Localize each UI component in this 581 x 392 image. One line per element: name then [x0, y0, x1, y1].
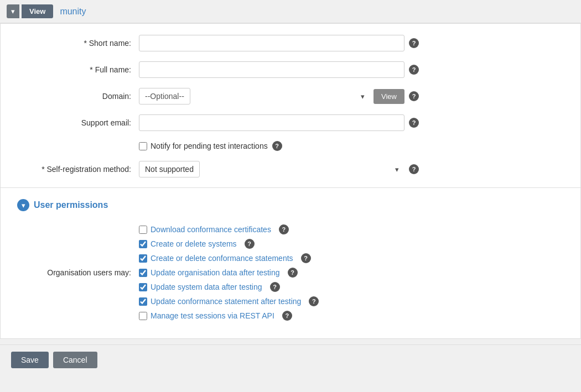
support-email-help-icon[interactable]: ? [409, 118, 419, 128]
perm-help-icon-5[interactable]: ? [270, 282, 280, 292]
self-reg-select[interactable]: Not supported [139, 161, 200, 177]
perm-help-icon-3[interactable]: ? [301, 253, 311, 263]
perm-item-1: Download conformance certificates ? [139, 224, 319, 234]
perm-item-2: Create or delete systems ? [139, 239, 319, 249]
dropdown-button[interactable]: ▾ [7, 4, 19, 18]
perm-item-4: Update organisation data after testing ? [139, 268, 319, 278]
support-email-label: Support email: [17, 118, 139, 127]
notify-label[interactable]: Notify for pending test interactions [139, 142, 268, 150]
self-reg-label: * Self-registration method: [17, 165, 139, 174]
section-divider [1, 187, 580, 188]
perm-help-icon-4[interactable]: ? [288, 268, 298, 278]
save-button[interactable]: Save [11, 352, 49, 368]
section-toggle-icon[interactable]: ▾ [17, 199, 29, 211]
support-email-input[interactable] [139, 114, 404, 131]
full-name-label: * Full name: [17, 65, 139, 74]
domain-select[interactable]: --Optional-- [139, 88, 190, 104]
self-reg-row: * Self-registration method: Not supporte… [17, 161, 564, 177]
perm-checkbox-1[interactable] [139, 226, 147, 234]
section-title: User permissions [34, 200, 108, 210]
self-reg-help-icon[interactable]: ? [409, 164, 419, 174]
perm-options: Download conformance certificates ? Crea… [139, 224, 319, 321]
cancel-button[interactable]: Cancel [53, 352, 97, 368]
perm-help-icon-1[interactable]: ? [279, 224, 289, 234]
perm-checkbox-3[interactable] [139, 254, 147, 263]
full-name-help-icon[interactable]: ? [409, 65, 419, 75]
perm-checkbox-7[interactable] [139, 312, 147, 320]
perm-help-icon-2[interactable]: ? [245, 239, 255, 249]
short-name-input[interactable] [139, 35, 404, 51]
domain-view-button[interactable]: View [374, 89, 404, 104]
footer-bar: Save Cancel [0, 344, 581, 375]
perm-item-6: Update conformance statement after testi… [139, 296, 319, 306]
perm-item-5: Update system data after testing ? [139, 282, 319, 292]
notify-row: Notify for pending test interactions ? [17, 141, 564, 151]
full-name-row: * Full name: ? [17, 61, 564, 78]
perm-row: Organisation users may: Download conform… [17, 224, 564, 321]
domain-help-icon[interactable]: ? [409, 91, 419, 101]
perm-label-5[interactable]: Update system data after testing [151, 283, 262, 291]
user-permissions-header: ▾ User permissions [1, 194, 580, 217]
perm-label-7[interactable]: Manage test sessions via REST API [151, 311, 274, 320]
perm-item-3: Create or delete conformance statements … [139, 253, 319, 263]
short-name-row: * Short name: ? [17, 35, 564, 51]
permissions-section: Organisation users may: Download conform… [1, 224, 580, 321]
perm-label-4[interactable]: Update organisation data after testing [151, 268, 280, 277]
perm-help-icon-7[interactable]: ? [282, 311, 292, 321]
perm-checkbox-4[interactable] [139, 269, 147, 277]
perm-item-7: Manage test sessions via REST API ? [139, 311, 319, 321]
perm-row-label: Organisation users may: [17, 268, 139, 277]
perm-checkbox-2[interactable] [139, 240, 147, 248]
perm-label-2[interactable]: Create or delete systems [151, 239, 237, 248]
domain-row: Domain: --Optional-- View ? [17, 88, 564, 104]
short-name-label: * Short name: [17, 39, 139, 48]
perm-checkbox-5[interactable] [139, 283, 147, 291]
domain-select-wrapper: --Optional-- [139, 88, 370, 104]
self-reg-select-wrapper: Not supported [139, 161, 404, 177]
top-bar: ▾ View munity [0, 0, 581, 23]
form-section: * Short name: ? * Full name: ? Domain: -… [1, 35, 580, 177]
main-content: * Short name: ? * Full name: ? Domain: -… [0, 23, 581, 339]
community-title: munity [60, 7, 86, 17]
full-name-input[interactable] [139, 61, 404, 78]
notify-text: Notify for pending test interactions [151, 142, 268, 150]
domain-label: Domain: [17, 92, 139, 101]
view-top-button[interactable]: View [22, 4, 53, 18]
notify-checkbox[interactable] [139, 142, 147, 150]
domain-controls: --Optional-- View [139, 88, 404, 104]
perm-label-6[interactable]: Update conformance statement after testi… [151, 297, 301, 306]
short-name-help-icon[interactable]: ? [409, 38, 419, 48]
notify-help-icon[interactable]: ? [272, 141, 282, 151]
support-email-row: Support email: ? [17, 114, 564, 131]
perm-checkbox-6[interactable] [139, 297, 147, 306]
perm-help-icon-6[interactable]: ? [309, 296, 319, 306]
perm-label-1[interactable]: Download conformance certificates [151, 225, 271, 234]
perm-label-3[interactable]: Create or delete conformance statements [151, 254, 293, 263]
